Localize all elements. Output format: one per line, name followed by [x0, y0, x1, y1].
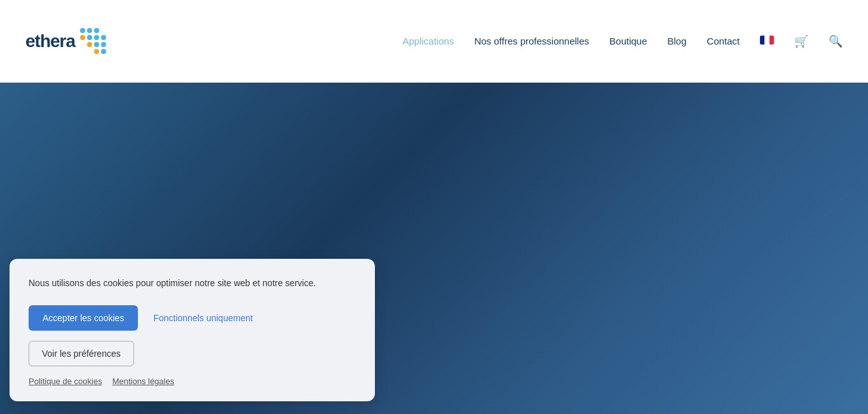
- accept-cookies-button[interactable]: Accepter les cookies: [29, 305, 138, 331]
- search-icon[interactable]: 🔍: [829, 34, 843, 48]
- cookie-buttons: Accepter les cookies Fonctionnels unique…: [29, 305, 356, 366]
- cookie-links: Politique de cookies Mentions légales: [29, 376, 356, 386]
- legal-mentions-link[interactable]: Mentions légales: [112, 376, 175, 386]
- site-header: ethera Applications Nos offres professio…: [0, 0, 868, 83]
- cart-icon[interactable]: 🛒: [794, 34, 808, 48]
- logo-dots: [80, 28, 106, 54]
- language-flag-icon[interactable]: [760, 34, 774, 48]
- nav-item-contact[interactable]: Contact: [707, 36, 740, 46]
- nav-item-applications[interactable]: Applications: [403, 36, 454, 46]
- nav-item-offres[interactable]: Nos offres professionnelles: [474, 36, 589, 46]
- logo[interactable]: ethera: [25, 28, 106, 54]
- cookie-policy-link[interactable]: Politique de cookies: [29, 376, 102, 386]
- main-nav: Applications Nos offres professionnelles…: [403, 34, 843, 48]
- nav-item-boutique[interactable]: Boutique: [609, 36, 647, 46]
- cookie-banner: Nous utilisons des cookies pour optimise…: [10, 259, 375, 401]
- hero-section: Nous utilisons des cookies pour optimise…: [0, 83, 868, 414]
- nav-item-blog[interactable]: Blog: [667, 36, 686, 46]
- functional-only-button[interactable]: Fonctionnels uniquement: [148, 305, 257, 331]
- preferences-button[interactable]: Voir les préférences: [29, 341, 134, 366]
- page-wrapper: ethera Applications Nos offres professio…: [0, 0, 868, 414]
- logo-text: ethera: [25, 31, 75, 52]
- cookie-message: Nous utilisons des cookies pour optimise…: [29, 277, 356, 290]
